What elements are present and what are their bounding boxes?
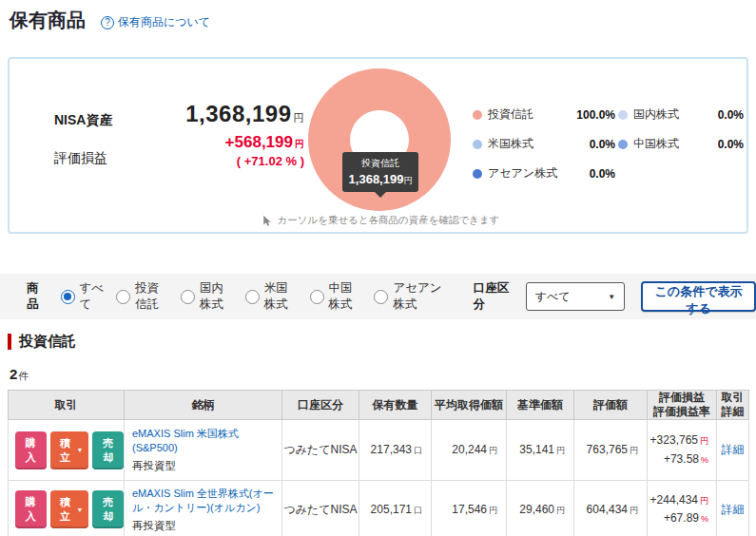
fund-name-link[interactable]: eMAXIS Slim 米国株式(S&P500): [132, 427, 274, 455]
account-type: つみたてNISA: [282, 420, 359, 481]
col-avg-price: 平均取得価額: [432, 391, 507, 420]
table-row: 購入 積立▼ 売却 eMAXIS Slim 全世界株式(オール・カントリー)(オ…: [9, 481, 749, 536]
section-accent-bar: [8, 334, 11, 350]
page-title: 保有商品: [10, 8, 86, 33]
buy-button[interactable]: 購入: [15, 490, 47, 528]
pl-percent: ( +71.02 % ): [133, 154, 304, 168]
apply-filter-button[interactable]: この条件で表示する: [641, 281, 756, 312]
radio-icon: [116, 290, 130, 304]
radio-product-toushin[interactable]: 投資信託: [116, 280, 168, 313]
radio-icon: [181, 290, 195, 304]
legend-label: 中国株式: [633, 136, 679, 152]
radio-product-kokunai[interactable]: 国内株式: [181, 280, 233, 313]
legend-dot: [473, 110, 482, 120]
legend-value: 0.0%: [718, 138, 744, 151]
tsumitate-button[interactable]: 積立▼: [50, 431, 89, 469]
avg-price: 17,546円: [432, 481, 507, 536]
fund-type: 再投資型: [132, 519, 274, 533]
sell-button[interactable]: 売却: [92, 431, 124, 469]
legend-item-toushin: 投資信託 100.0%: [473, 106, 615, 123]
quantity: 205,171口: [359, 481, 432, 536]
legend-item-kokunai: 国内株式 0.0%: [618, 106, 744, 123]
holdings-page: 保有商品 ? 保有商品について NISA資産 評価損益 1,368,199円 +…: [0, 0, 756, 536]
col-value: 評価額: [574, 391, 648, 420]
table-row: 購入 積立▼ 売却 eMAXIS Slim 米国株式(S&P500) 再投資型 …: [9, 420, 749, 481]
col-nav: 基準価額: [507, 391, 574, 420]
legend-dot: [618, 140, 628, 149]
legend-item-beikoku: 米国株式 0.0%: [473, 136, 615, 152]
help-icon: ?: [101, 16, 114, 29]
sell-button[interactable]: 売却: [92, 490, 124, 528]
radio-icon: [245, 290, 260, 304]
nav-price: 29,460円: [507, 481, 574, 536]
hover-hint-text: カーソルを乗せると各商品の資産を確認できます: [277, 214, 499, 227]
chevron-down-icon: ▼: [77, 447, 84, 453]
buy-button[interactable]: 購入: [15, 431, 47, 469]
nisa-asset-value: 1,368,199円: [133, 101, 304, 127]
section-title: 投資信託: [19, 333, 76, 351]
legend-dot: [473, 169, 482, 179]
account-type-selected: すべて: [535, 289, 571, 305]
legend-value: 0.0%: [590, 167, 615, 181]
legend-label: 投資信託: [488, 106, 533, 123]
chevron-down-icon: ▼: [77, 507, 84, 513]
market-value: 604,434円: [574, 481, 648, 536]
col-name: 銘柄: [125, 391, 282, 420]
nisa-summary-card: NISA資産 評価損益 1,368,199円 +568,199円 ( +71.0…: [8, 57, 748, 234]
legend-item-chugoku: 中国株式 0.0%: [618, 136, 744, 152]
radio-product-beikoku[interactable]: 米国株式: [245, 280, 298, 313]
about-holdings-label: 保有商品について: [118, 14, 210, 30]
pl-cell: +323,765円 +73.58%: [648, 420, 717, 481]
table-header-row: 取引 銘柄 口座区分 保有数量 平均取得価額 基準価額 評価額 評価損益評価損益…: [9, 391, 749, 420]
legend-value: 100.0%: [576, 108, 615, 122]
filter-bar: 商品 すべて 投資信託 国内株式 米国株式 中国株式 アセアン株式 口座区分 す…: [0, 274, 756, 319]
legend-dot: [473, 140, 482, 149]
hover-hint: カーソルを乗せると各商品の資産を確認できます: [238, 214, 523, 227]
asset-legend: 投資信託 100.0% 国内株式 0.0% 米国株式 0.0% 中国株式 0.0…: [473, 106, 744, 182]
legend-label: 国内株式: [633, 106, 679, 123]
legend-label: 米国株式: [488, 136, 533, 152]
col-account: 口座区分: [282, 391, 359, 420]
account-type-select[interactable]: すべて ▼: [526, 282, 626, 311]
section-header: 投資信託: [8, 333, 76, 351]
col-trade: 取引: [9, 391, 125, 420]
legend-label: アセアン株式: [488, 165, 557, 182]
radio-product-all[interactable]: すべて: [61, 280, 105, 313]
holdings-table: 取引 銘柄 口座区分 保有数量 平均取得価額 基準価額 評価額 評価損益評価損益…: [8, 390, 749, 536]
market-value: 763,765円: [574, 420, 648, 481]
nav-price: 35,141円: [507, 420, 574, 481]
legend-dot: [618, 110, 628, 120]
account-type-label: 口座区分: [474, 280, 511, 313]
nisa-asset-label: NISA資産: [54, 112, 112, 129]
tooltip-value: 1,368,199円: [342, 172, 418, 187]
col-quantity: 保有数量: [359, 391, 432, 420]
fund-type: 再投資型: [132, 459, 274, 473]
legend-value: 0.0%: [590, 138, 615, 151]
cursor-icon: [261, 215, 273, 227]
chevron-down-icon: ▼: [608, 293, 615, 301]
radio-icon: [310, 290, 324, 304]
quantity: 217,343口: [359, 420, 432, 481]
col-detail: 取引詳細: [717, 391, 749, 420]
pl-cell: +244,434円 +67.89%: [648, 481, 717, 536]
detail-link[interactable]: 詳細: [722, 443, 745, 456]
product-filter-label: 商品: [27, 280, 46, 313]
legend-item-asean: アセアン株式 0.0%: [473, 165, 615, 182]
fund-name-link[interactable]: eMAXIS Slim 全世界株式(オール・カントリー)(オルカン): [132, 487, 274, 515]
tooltip-label: 投資信託: [342, 157, 418, 170]
pl-label: 評価損益: [54, 150, 107, 167]
radio-product-asean[interactable]: アセアン株式: [374, 280, 445, 313]
avg-price: 20,244円: [432, 420, 507, 481]
donut-tooltip: 投資信託 1,368,199円: [342, 152, 418, 192]
col-pl: 評価損益評価損益率: [648, 391, 717, 420]
radio-product-chugoku[interactable]: 中国株式: [310, 280, 362, 313]
account-type: つみたてNISA: [282, 481, 359, 536]
radio-icon: [61, 290, 75, 304]
result-count: 2件: [10, 366, 29, 383]
tsumitate-button[interactable]: 積立▼: [50, 490, 89, 528]
detail-link[interactable]: 詳細: [722, 503, 745, 516]
radio-icon: [374, 290, 388, 304]
legend-value: 0.0%: [718, 108, 744, 122]
about-holdings-link[interactable]: ? 保有商品について: [101, 14, 210, 30]
pl-value: +568,199円: [133, 133, 304, 152]
